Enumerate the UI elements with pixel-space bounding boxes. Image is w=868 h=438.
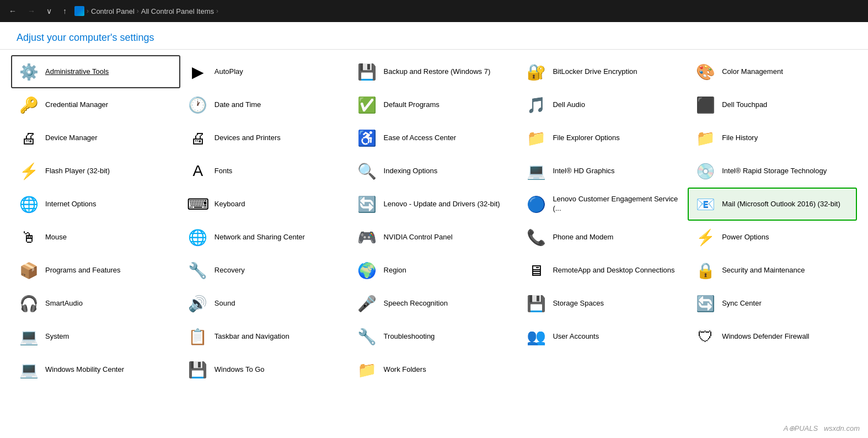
cp-item-phone-modem[interactable]: 📞 Phone and Modem	[518, 221, 688, 254]
cp-item-recovery[interactable]: 🔧 Recovery	[180, 254, 350, 287]
item-label-default-programs: Default Programs	[384, 100, 440, 110]
back-button[interactable]: ←	[6, 4, 20, 18]
up-button[interactable]: ↑	[60, 4, 70, 18]
cp-item-smartaudio[interactable]: 🎧 SmartAudio	[11, 287, 180, 320]
item-label-remoteapp: RemoteApp and Desktop Connections	[553, 266, 674, 275]
item-icon-bitlocker: 🔐	[525, 61, 547, 83]
item-label-mail-outlook: Mail (Microsoft Outlook 2016) (32-bit)	[722, 200, 840, 209]
cp-item-taskbar-navigation[interactable]: 📋 Taskbar and Navigation	[180, 320, 350, 353]
item-icon-troubleshooting: 🔧	[356, 325, 378, 348]
cp-item-windows-defender[interactable]: 🛡 Windows Defender Firewall	[688, 320, 857, 353]
item-label-ease-access: Ease of Access Center	[384, 133, 457, 143]
cp-item-autoplay[interactable]: ▶ AutoPlay	[180, 55, 350, 88]
cp-item-power-options[interactable]: ⚡ Power Options	[688, 221, 857, 254]
item-icon-internet-options: 🌐	[18, 193, 40, 215]
cp-item-speech-recognition[interactable]: 🎤 Speech Recognition	[350, 287, 519, 320]
cp-item-network-sharing[interactable]: 🌐 Network and Sharing Center	[180, 221, 350, 254]
item-label-taskbar-navigation: Taskbar and Navigation	[215, 332, 290, 341]
item-label-bitlocker: BitLocker Drive Encryption	[553, 67, 637, 77]
cp-item-system[interactable]: 💻 System	[11, 320, 180, 353]
cp-item-intel-rapid-storage[interactable]: 💿 Intel® Rapid Storage Technology	[688, 154, 857, 188]
breadcrumb-control-panel[interactable]: Control Panel	[91, 7, 135, 15]
cp-item-sync-center[interactable]: 🔄 Sync Center	[688, 287, 857, 320]
item-icon-work-folders: 📁	[356, 359, 378, 381]
cp-item-indexing-options[interactable]: 🔍 Indexing Options	[350, 154, 519, 188]
item-label-windows-defender: Windows Defender Firewall	[722, 332, 809, 341]
item-label-lenovo-update: Lenovo - Update and Drivers (32-bit)	[384, 200, 500, 209]
cp-item-flash-player[interactable]: ⚡ Flash Player (32-bit)	[11, 154, 180, 188]
cp-item-programs-features[interactable]: 📦 Programs and Features	[11, 254, 180, 287]
item-icon-dell-audio: 🎵	[525, 94, 547, 116]
cp-item-mail-outlook[interactable]: 📧 Mail (Microsoft Outlook 2016) (32-bit)	[688, 188, 857, 221]
cp-item-date-time[interactable]: 🕐 Date and Time	[180, 88, 350, 121]
item-icon-programs-features: 📦	[18, 259, 40, 281]
item-label-intel-hd-graphics: Intel® HD Graphics	[553, 167, 614, 176]
cp-item-file-history[interactable]: 📁 File History	[688, 121, 857, 154]
cp-item-fonts[interactable]: A Fonts	[180, 154, 350, 188]
item-icon-administrative-tools: ⚙️	[18, 61, 40, 83]
cp-item-credential-manager[interactable]: 🔑 Credential Manager	[11, 88, 180, 121]
cp-item-remoteapp[interactable]: 🖥 RemoteApp and Desktop Connections	[518, 254, 688, 287]
cp-item-storage-spaces[interactable]: 💾 Storage Spaces	[518, 287, 688, 320]
item-icon-smartaudio: 🎧	[18, 292, 40, 314]
cp-item-keyboard[interactable]: ⌨ Keyboard	[180, 188, 350, 221]
cp-item-file-explorer-options[interactable]: 📁 File Explorer Options	[518, 121, 688, 154]
cp-item-work-folders[interactable]: 📁 Work Folders	[350, 353, 519, 386]
cp-item-default-programs[interactable]: ✅ Default Programs	[350, 88, 519, 121]
forward-button[interactable]: →	[24, 4, 39, 18]
item-label-security-maintenance: Security and Maintenance	[722, 266, 805, 275]
cp-item-windows-mobility[interactable]: 💻 Windows Mobility Center	[11, 353, 180, 386]
item-icon-system: 💻	[18, 325, 40, 348]
cp-item-lenovo-update[interactable]: 🔄 Lenovo - Update and Drivers (32-bit)	[350, 188, 519, 221]
item-label-user-accounts: User Accounts	[553, 332, 599, 341]
item-label-region: Region	[384, 266, 406, 275]
cp-item-dell-audio[interactable]: 🎵 Dell Audio	[518, 88, 688, 121]
item-label-nvidia-control-panel: NVIDIA Control Panel	[384, 233, 453, 242]
breadcrumb-all-items[interactable]: All Control Panel Items	[141, 7, 214, 15]
item-icon-windows-mobility: 💻	[18, 359, 40, 381]
cp-item-region[interactable]: 🌍 Region	[350, 254, 519, 287]
item-label-dell-audio: Dell Audio	[553, 100, 585, 110]
dropdown-button[interactable]: ∨	[43, 4, 55, 18]
cp-item-backup-restore[interactable]: 💾 Backup and Restore (Windows 7)	[350, 55, 519, 88]
cp-item-windows-to-go[interactable]: 💾 Windows To Go	[180, 353, 350, 386]
cp-item-devices-printers[interactable]: 🖨 Devices and Printers	[180, 121, 350, 154]
item-icon-speech-recognition: 🎤	[356, 292, 378, 314]
item-label-mouse: Mouse	[45, 233, 67, 242]
cp-item-bitlocker[interactable]: 🔐 BitLocker Drive Encryption	[518, 55, 688, 88]
item-label-programs-features: Programs and Features	[45, 266, 121, 275]
cp-item-user-accounts[interactable]: 👥 User Accounts	[518, 320, 688, 353]
item-label-flash-player: Flash Player (32-bit)	[45, 167, 110, 176]
cp-item-troubleshooting[interactable]: 🔧 Troubleshooting	[350, 320, 519, 353]
item-icon-mouse: 🖱	[18, 226, 40, 248]
breadcrumb: › Control Panel › All Control Panel Item…	[74, 6, 218, 16]
item-icon-default-programs: ✅	[356, 94, 378, 116]
cp-item-administrative-tools[interactable]: ⚙️ Administrative Tools	[11, 55, 180, 88]
item-label-sync-center: Sync Center	[722, 299, 762, 308]
cp-item-ease-access[interactable]: ♿ Ease of Access Center	[350, 121, 519, 154]
item-label-device-manager: Device Manager	[45, 133, 98, 143]
item-label-file-explorer-options: File Explorer Options	[553, 133, 619, 143]
item-icon-file-history: 📁	[694, 127, 716, 149]
item-icon-fonts: A	[187, 160, 209, 182]
item-label-date-time: Date and Time	[215, 100, 261, 110]
cp-item-nvidia-control-panel[interactable]: 🎮 NVIDIA Control Panel	[350, 221, 519, 254]
item-icon-ease-access: ♿	[356, 127, 378, 149]
item-label-sound: Sound	[215, 299, 235, 308]
cp-item-internet-options[interactable]: 🌐 Internet Options	[11, 188, 180, 221]
cp-item-dell-touchpad[interactable]: ⬛ Dell Touchpad	[688, 88, 857, 121]
item-label-recovery: Recovery	[215, 266, 245, 275]
cp-item-device-manager[interactable]: 🖨 Device Manager	[11, 121, 180, 154]
item-label-administrative-tools: Administrative Tools	[45, 67, 109, 77]
item-icon-taskbar-navigation: 📋	[187, 325, 209, 348]
cp-item-security-maintenance[interactable]: 🔒 Security and Maintenance	[688, 254, 857, 287]
cp-item-color-management[interactable]: 🎨 Color Management	[688, 55, 857, 88]
item-icon-power-options: ⚡	[694, 226, 716, 248]
cp-item-sound[interactable]: 🔊 Sound	[180, 287, 350, 320]
cp-item-lenovo-customer[interactable]: 🔵 Lenovo Customer Engagement Service (..…	[518, 188, 688, 221]
cp-item-mouse[interactable]: 🖱 Mouse	[11, 221, 180, 254]
item-icon-recovery: 🔧	[187, 259, 209, 281]
cp-item-intel-hd-graphics[interactable]: 💻 Intel® HD Graphics	[518, 154, 688, 188]
item-icon-dell-touchpad: ⬛	[694, 94, 716, 116]
main-header: Adjust your computer's settings	[0, 22, 868, 50]
